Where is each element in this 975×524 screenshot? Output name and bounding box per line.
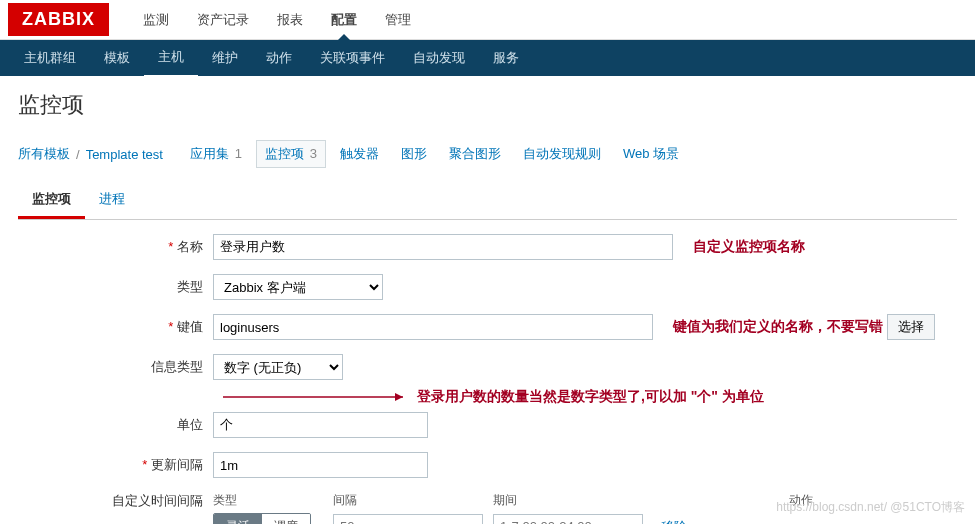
sub-nav-hostgroups[interactable]: 主机群组 [10, 40, 90, 76]
inner-tabs: 监控项 进程 [18, 182, 957, 220]
sub-nav-maintenance[interactable]: 维护 [198, 40, 252, 76]
input-key[interactable] [213, 314, 653, 340]
input-name[interactable] [213, 234, 673, 260]
col-header-type: 类型 [213, 492, 333, 509]
main-nav-administration[interactable]: 管理 [371, 1, 425, 39]
page-title: 监控项 [0, 76, 975, 134]
annotation-unit: 登录用户数的数量当然是数字类型了,可以加 "个" 为单位 [213, 388, 957, 406]
top-bar: ZABBIX 监测 资产记录 报表 配置 管理 [0, 0, 975, 40]
svg-marker-1 [395, 393, 403, 401]
bc-all-templates[interactable]: 所有模板 [18, 145, 70, 163]
item-form: 名称 自定义监控项名称 类型 Zabbix 客户端 键值 键值为我们定义的名称，… [0, 220, 975, 524]
select-type[interactable]: Zabbix 客户端 [213, 274, 383, 300]
sub-nav-hosts[interactable]: 主机 [144, 39, 198, 78]
logo: ZABBIX [8, 3, 109, 36]
sub-nav-correlation[interactable]: 关联项事件 [306, 40, 399, 76]
label-update-interval: 更新间隔 [18, 456, 213, 474]
breadcrumb: 所有模板 / Template test 应用集 1 监控项 3 触发器 图形 … [0, 134, 975, 174]
label-infotype: 信息类型 [18, 358, 213, 376]
sub-nav-discovery[interactable]: 自动发现 [399, 40, 479, 76]
main-nav-reports[interactable]: 报表 [263, 1, 317, 39]
bc-web-scenarios[interactable]: Web 场景 [615, 141, 687, 167]
sub-nav-templates[interactable]: 模板 [90, 40, 144, 76]
main-nav-monitoring[interactable]: 监测 [129, 1, 183, 39]
bc-items[interactable]: 监控项 3 [256, 140, 326, 168]
sub-nav-actions[interactable]: 动作 [252, 40, 306, 76]
annotation-key: 键值为我们定义的名称，不要写错 [673, 318, 883, 336]
input-flex-period[interactable] [493, 514, 643, 524]
input-flex-interval[interactable] [333, 514, 483, 524]
label-type: 类型 [18, 278, 213, 296]
button-select-key[interactable]: 选择 [887, 314, 935, 340]
seg-schedule[interactable]: 调度 [262, 514, 310, 524]
watermark: https://blog.csdn.net/ @51CTO博客 [776, 499, 965, 516]
bc-triggers[interactable]: 触发器 [332, 141, 387, 167]
sub-nav: 主机群组 模板 主机 维护 动作 关联项事件 自动发现 服务 [0, 40, 975, 76]
annotation-name: 自定义监控项名称 [693, 238, 805, 256]
interval-type-segment: 灵活 调度 [213, 513, 311, 524]
select-infotype[interactable]: 数字 (无正负) [213, 354, 343, 380]
col-header-interval: 间隔 [333, 492, 483, 509]
input-update-interval[interactable] [213, 452, 428, 478]
bc-screens[interactable]: 聚合图形 [441, 141, 509, 167]
arrow-icon [213, 388, 413, 406]
inner-tab-process[interactable]: 进程 [85, 182, 139, 219]
main-nav: 监测 资产记录 报表 配置 管理 [129, 1, 425, 39]
input-unit[interactable] [213, 412, 428, 438]
inner-tab-item[interactable]: 监控项 [18, 182, 85, 219]
bc-separator: / [76, 147, 80, 162]
bc-discovery-rules[interactable]: 自动发现规则 [515, 141, 609, 167]
seg-flexible[interactable]: 灵活 [214, 514, 262, 524]
bc-template-name[interactable]: Template test [86, 147, 163, 162]
label-name: 名称 [18, 238, 213, 256]
main-nav-inventory[interactable]: 资产记录 [183, 1, 263, 39]
label-unit: 单位 [18, 416, 213, 434]
sub-nav-services[interactable]: 服务 [479, 40, 533, 76]
link-remove-interval[interactable]: 移除 [661, 518, 687, 524]
bc-graphs[interactable]: 图形 [393, 141, 435, 167]
col-header-period: 期间 [493, 492, 753, 509]
main-nav-configuration[interactable]: 配置 [317, 1, 371, 39]
label-key: 键值 [18, 318, 213, 336]
bc-applications[interactable]: 应用集 1 [182, 141, 250, 167]
label-custom-interval: 自定义时间间隔 [18, 492, 213, 510]
